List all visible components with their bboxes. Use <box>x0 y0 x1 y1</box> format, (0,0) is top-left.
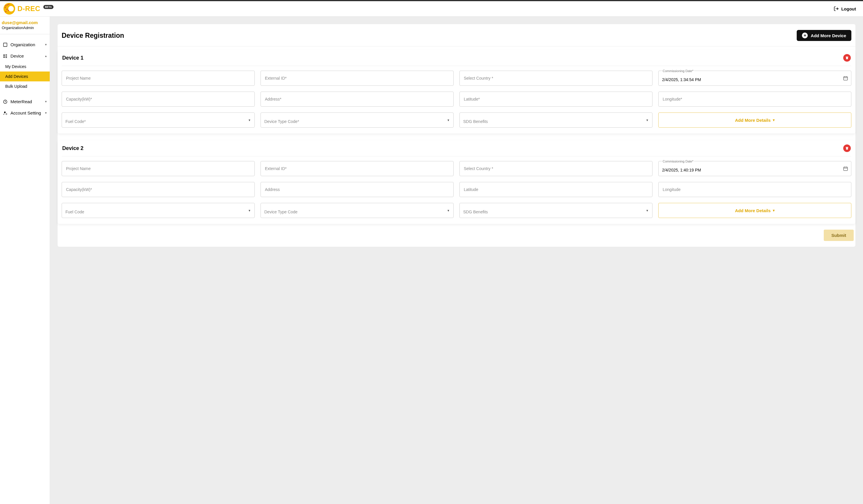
submit-button[interactable]: Submit <box>824 230 854 241</box>
chevron-down-icon: ▾ <box>45 100 47 103</box>
device-card-header: Device 1 <box>62 50 851 66</box>
longitude-input[interactable] <box>659 92 851 106</box>
meter-icon <box>3 99 8 104</box>
logout-button[interactable]: Logout <box>834 6 856 11</box>
chevron-up-icon: ▴ <box>45 54 47 58</box>
building-icon <box>3 42 8 47</box>
nav-bulk-upload[interactable]: Bulk Upload <box>0 81 50 91</box>
sdg-benefits-select[interactable]: SDG Benefits <box>460 113 652 127</box>
device-form: Project Name External ID* Select Country… <box>62 156 851 218</box>
device-type-code-field[interactable]: Device Type Code ▼ <box>261 203 454 218</box>
nav-organization[interactable]: Organization ▾ <box>0 39 50 50</box>
country-select[interactable] <box>460 161 652 176</box>
longitude-field[interactable]: Longitude <box>658 182 851 197</box>
svg-rect-11 <box>5 56 7 56</box>
capacity-field[interactable]: Capacity(kW)* <box>62 91 255 107</box>
address-field[interactable]: Address* <box>261 91 454 107</box>
commissioning-date-field[interactable]: Commissioning Date* <box>658 161 851 176</box>
logout-label: Logout <box>841 7 856 11</box>
device-type-code-field[interactable]: Device Type Code* ▼ <box>261 113 454 128</box>
delete-device-button[interactable] <box>843 144 851 152</box>
commissioning-date-field[interactable]: Commissioning Date* <box>658 71 851 86</box>
add-more-details-label: Add More Details <box>735 118 771 123</box>
nav-account-setting[interactable]: Account Setting ▾ <box>0 107 50 118</box>
add-more-device-button[interactable]: + Add More Device <box>797 30 851 41</box>
address-input[interactable] <box>261 92 453 106</box>
user-role: OrganizationAdmin <box>2 26 48 30</box>
fuel-code-select[interactable]: Fuel Code* <box>62 113 254 127</box>
commissioning-date-input[interactable] <box>659 71 851 86</box>
device-icon <box>3 54 8 59</box>
nav-my-devices[interactable]: My Devices <box>0 62 50 72</box>
panel-header: Device Registration + Add More Device <box>58 24 855 47</box>
country-select[interactable] <box>460 71 652 86</box>
delete-device-button[interactable] <box>843 54 851 62</box>
sdg-benefits-select[interactable]: SDG Benefits <box>460 203 652 218</box>
latitude-input[interactable] <box>460 92 652 106</box>
page-title: Device Registration <box>62 32 124 39</box>
capacity-input[interactable] <box>62 92 254 106</box>
capacity-field[interactable]: Capacity(kW)* <box>62 182 255 197</box>
brand-logo[interactable]: D-REC BETA <box>3 3 53 14</box>
fuel-code-select[interactable]: Fuel Code <box>62 203 254 218</box>
longitude-input[interactable] <box>659 182 851 197</box>
add-more-details-button[interactable]: Add More Details ▾ <box>658 203 851 218</box>
latitude-field[interactable]: Latitude* <box>460 91 652 107</box>
registration-panel: Device Registration + Add More Device De… <box>58 24 855 247</box>
svg-rect-10 <box>5 54 7 55</box>
logout-icon <box>834 6 839 11</box>
fuel-code-field[interactable]: Fuel Code* ▼ <box>62 113 255 128</box>
svg-rect-1 <box>3 43 7 47</box>
latitude-input[interactable] <box>460 182 652 197</box>
capacity-input[interactable] <box>62 182 254 197</box>
commissioning-date-input[interactable] <box>659 161 851 176</box>
nav-meterread[interactable]: MeterRead ▾ <box>0 96 50 107</box>
external-id-input[interactable] <box>261 161 453 176</box>
user-email: duse@gmail.com <box>2 20 48 25</box>
project-name-input[interactable] <box>62 161 254 176</box>
external-id-input[interactable] <box>261 71 453 86</box>
project-name-field[interactable]: Project Name <box>62 71 255 86</box>
sidebar-nav: Organization ▾ Device ▴ My Devices Add D… <box>0 34 50 118</box>
chevron-down-icon: ▾ <box>45 111 47 115</box>
add-more-device-label: Add More Device <box>811 33 846 38</box>
device-type-code-select[interactable]: Device Type Code <box>261 203 453 218</box>
add-more-details-button[interactable]: Add More Details ▾ <box>658 113 851 128</box>
svg-rect-12 <box>5 57 7 58</box>
country-field[interactable]: Select Country * <box>460 71 652 86</box>
device-card: Device 1 Project Name External ID* <box>58 50 855 134</box>
svg-rect-9 <box>3 56 5 58</box>
device-card-header: Device 2 <box>62 140 851 156</box>
chevron-down-icon: ▾ <box>773 209 775 213</box>
user-block: duse@gmail.com OrganizationAdmin <box>0 16 50 34</box>
svg-point-15 <box>6 113 7 114</box>
chevron-down-icon: ▾ <box>773 118 775 122</box>
plus-circle-icon: + <box>802 33 808 38</box>
fuel-code-field[interactable]: Fuel Code ▼ <box>62 203 255 218</box>
nav-device[interactable]: Device ▴ <box>0 50 50 62</box>
svg-point-14 <box>4 111 5 113</box>
sdg-benefits-field[interactable]: SDG Benefits ▼ <box>460 113 652 128</box>
external-id-field[interactable]: External ID* <box>261 71 454 86</box>
address-field[interactable]: Address <box>261 182 454 197</box>
nav-device-label: Device <box>11 53 24 59</box>
project-name-field[interactable]: Project Name <box>62 161 255 176</box>
project-name-input[interactable] <box>62 71 254 86</box>
sidebar: duse@gmail.com OrganizationAdmin Organiz… <box>0 16 50 504</box>
country-field[interactable]: Select Country * <box>460 161 652 176</box>
nav-meterread-label: MeterRead <box>11 99 32 104</box>
nav-device-submenu: My Devices Add Devices Bulk Upload <box>0 62 50 91</box>
latitude-field[interactable]: Latitude <box>460 182 652 197</box>
longitude-field[interactable]: Longitude* <box>658 91 851 107</box>
main-content: Device Registration + Add More Device De… <box>50 16 863 504</box>
svg-rect-8 <box>3 54 5 55</box>
trash-icon <box>845 56 849 60</box>
trash-icon <box>845 146 849 150</box>
nav-account-setting-label: Account Setting <box>11 111 41 115</box>
brand-logo-mark <box>3 3 15 14</box>
device-type-code-select[interactable]: Device Type Code* <box>261 113 453 127</box>
address-input[interactable] <box>261 182 453 197</box>
external-id-field[interactable]: External ID* <box>261 161 454 176</box>
sdg-benefits-field[interactable]: SDG Benefits ▼ <box>460 203 652 218</box>
nav-add-devices[interactable]: Add Devices <box>0 72 50 81</box>
